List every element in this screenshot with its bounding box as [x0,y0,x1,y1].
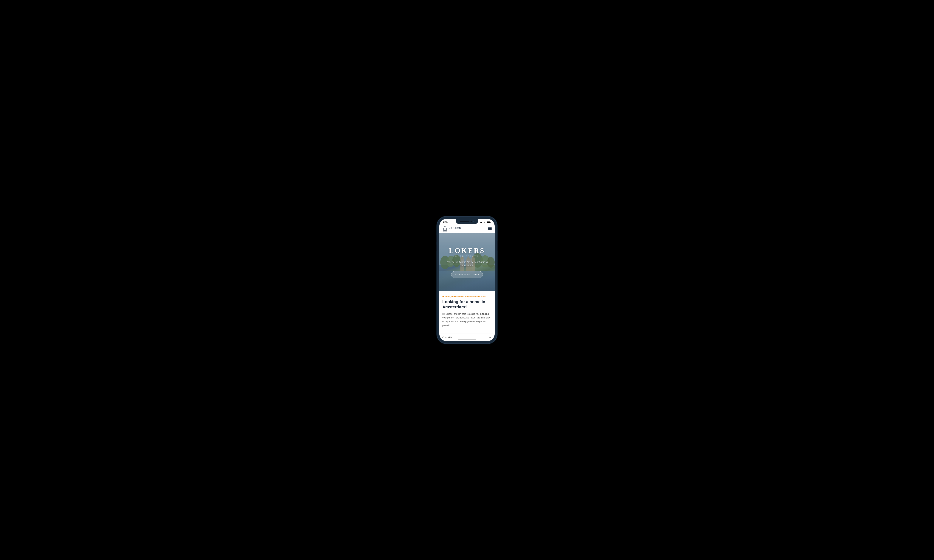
svg-rect-7 [444,228,447,231]
status-time: 9:41 [443,221,448,223]
svg-rect-12 [444,230,445,231]
sensor [473,221,474,222]
signal-icon [480,222,482,223]
brand-name: LOKERS [449,227,461,229]
hero-brand-sub: REAL ESTATE [455,255,479,257]
hero-tagline: Your key to finding the perfect home in … [443,260,491,268]
front-camera [470,221,472,222]
content-section: Hi there, and welcome to Lokers Real Est… [439,291,495,331]
svg-rect-11 [445,229,446,229]
power-button[interactable] [497,241,498,251]
welcome-text: Hi there, and welcome to Lokers Real Est… [442,295,492,298]
logo-building-icon [442,226,448,231]
svg-rect-5 [490,222,491,223]
volume-up-button[interactable] [436,235,437,242]
svg-rect-9 [445,226,445,227]
phone-screen: 9:41 [439,219,495,341]
hamburger-menu[interactable] [488,227,492,230]
section-body: I'm Lisette, and I'm here to assist you … [442,312,492,328]
status-icons [480,221,491,223]
svg-rect-13 [445,230,446,231]
screen-content[interactable]: 9:41 [439,219,495,341]
hamburger-line-3 [488,229,492,230]
hamburger-line-1 [488,227,492,228]
heading-line1: Looking for a home in [442,299,485,304]
heading-line2: Amsterdam? [442,305,467,309]
battery-icon [487,221,491,223]
home-indicator [458,339,476,340]
hero-content: LOKERS REAL ESTATE Your key to finding t… [439,233,495,291]
hamburger-line-2 [488,228,492,229]
svg-rect-1 [481,222,481,223]
phone-frame: 9:41 [437,217,497,343]
logo[interactable]: LOKERS REAL ESTATE [442,226,461,231]
volume-down-button[interactable] [436,245,437,251]
svg-rect-10 [444,229,445,229]
wifi-icon [483,222,486,223]
chat-chevron-icon[interactable] [488,335,492,339]
svg-rect-6 [487,222,490,223]
svg-rect-0 [480,223,480,223]
cta-label: Start your search now [455,273,477,276]
svg-rect-2 [481,222,482,223]
cta-arrow-icon: › [478,273,479,276]
speaker [460,221,469,222]
navbar: LOKERS REAL ESTATE [439,224,495,233]
hero-section: LOKERS REAL ESTATE Your key to finding t… [439,233,495,291]
section-heading: Looking for a home in Amsterdam? [442,299,492,309]
notch [456,219,478,224]
start-search-button[interactable]: Start your search now › [451,271,483,278]
logo-text: LOKERS REAL ESTATE [449,227,461,231]
hero-brand-name: LOKERS [449,246,485,255]
svg-rect-8 [444,227,446,228]
brand-sub: REAL ESTATE [449,229,461,231]
chat-label: Chat with [442,336,452,339]
svg-rect-3 [482,222,482,223]
